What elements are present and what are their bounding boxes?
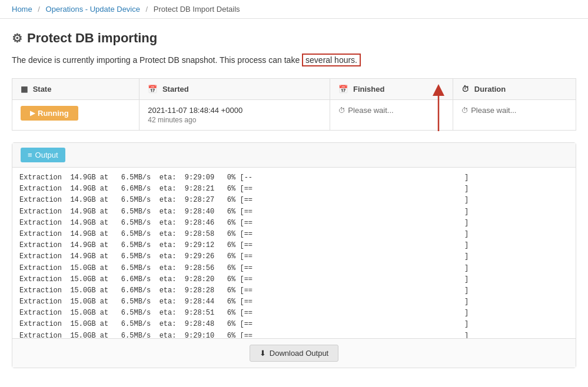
- clock-icon-finished: ⏱: [338, 106, 346, 115]
- col-finished-label: Finished: [353, 85, 384, 94]
- log-line: Extraction 14.9GB at 6.5MB/s eta: 9:29:2…: [19, 251, 569, 262]
- page-title: ⚙ Protect DB importing: [12, 31, 576, 46]
- output-button[interactable]: ≡ Output: [21, 148, 65, 162]
- log-line: Extraction 14.9GB at 6.5MB/s eta: 9:28:4…: [19, 218, 569, 229]
- col-finished: 📅 Finished: [330, 79, 453, 100]
- output-log[interactable]: Extraction 14.9GB at 6.5MB/s eta: 9:29:0…: [12, 168, 576, 338]
- col-started-label: Started: [162, 85, 189, 94]
- log-line: Extraction 15.0GB at 6.6MB/s eta: 9:28:2…: [19, 274, 569, 285]
- breadcrumb-home-link[interactable]: Home: [12, 5, 32, 14]
- log-line: Extraction 15.0GB at 6.5MB/s eta: 9:28:5…: [19, 263, 569, 274]
- running-badge: ▶ Running: [21, 106, 78, 121]
- download-label: Download Output: [270, 349, 328, 358]
- duration-text: Please wait...: [471, 106, 516, 115]
- clock-icon-dur: ⏱: [461, 106, 469, 115]
- duration-wait: ⏱ Please wait...: [461, 106, 567, 115]
- finished-text: Please wait...: [348, 106, 393, 115]
- col-state: ▦ State: [12, 79, 139, 100]
- breadcrumb-current: Protect DB Import Details: [154, 5, 240, 14]
- log-line: Extraction 14.9GB at 6.6MB/s eta: 9:28:2…: [19, 184, 569, 195]
- col-duration: ⏱ Duration: [453, 79, 576, 100]
- table-container: ▦ State 📅 Started 📅 Finished ⏱: [12, 78, 576, 131]
- gear-icon: ⚙: [12, 31, 22, 45]
- main-content: ⚙ Protect DB importing The device is cur…: [0, 19, 588, 386]
- output-header: ≡ Output: [12, 143, 576, 168]
- log-line: Extraction 14.9GB at 6.5MB/s eta: 9:29:0…: [19, 172, 569, 184]
- play-icon: ▶: [30, 109, 35, 117]
- output-footer: ⬇ Download Output: [12, 338, 576, 368]
- download-button[interactable]: ⬇ Download Output: [250, 345, 338, 362]
- log-line: Extraction 14.9GB at 6.5MB/s eta: 9:29:1…: [19, 240, 569, 251]
- table-row: ▶ Running 2021-11-07 18:48:44 +0000 42 m…: [12, 100, 576, 131]
- breadcrumb: Home / Operations - Update Device / Prot…: [0, 0, 588, 19]
- state-icon: ▦: [21, 85, 28, 94]
- log-line: Extraction 15.0GB at 6.5MB/s eta: 9:29:1…: [19, 331, 569, 338]
- log-line: Extraction 14.9GB at 6.5MB/s eta: 9:28:2…: [19, 195, 569, 206]
- log-line: Extraction 14.9GB at 6.5MB/s eta: 9:28:5…: [19, 229, 569, 240]
- finished-wait: ⏱ Please wait...: [338, 106, 444, 115]
- description-highlight: several hours.: [302, 54, 361, 66]
- cell-state: ▶ Running: [12, 100, 139, 131]
- output-button-label: Output: [35, 151, 58, 159]
- page-title-text: Protect DB importing: [27, 31, 157, 46]
- breadcrumb-operations-link[interactable]: Operations - Update Device: [46, 5, 140, 14]
- description: The device is currently importing a Prot…: [12, 54, 576, 66]
- log-line: Extraction 15.0GB at 6.6MB/s eta: 9:28:2…: [19, 285, 569, 296]
- col-started: 📅 Started: [139, 79, 330, 100]
- page-wrapper: Home / Operations - Update Device / Prot…: [0, 0, 588, 387]
- log-line: Extraction 14.9GB at 6.5MB/s eta: 9:28:4…: [19, 206, 569, 218]
- cell-started: 2021-11-07 18:48:44 +0000 42 minutes ago: [139, 100, 330, 131]
- started-time: 2021-11-07 18:48:44 +0000: [148, 106, 321, 115]
- breadcrumb-sep-1: /: [38, 5, 40, 14]
- col-state-label: State: [33, 85, 52, 94]
- info-table: ▦ State 📅 Started 📅 Finished ⏱: [12, 78, 576, 131]
- log-line: Extraction 15.0GB at 6.5MB/s eta: 9:28:4…: [19, 319, 569, 330]
- calendar-icon-started: 📅: [148, 85, 157, 94]
- col-duration-label: Duration: [474, 85, 506, 94]
- log-line: Extraction 15.0GB at 6.5MB/s eta: 9:28:4…: [19, 296, 569, 308]
- started-relative: 42 minutes ago: [148, 116, 321, 124]
- output-section: ≡ Output Extraction 14.9GB at 6.5MB/s et…: [12, 142, 576, 368]
- download-icon: ⬇: [260, 349, 266, 358]
- running-label: Running: [38, 109, 69, 118]
- log-line: Extraction 15.0GB at 6.5MB/s eta: 9:28:5…: [19, 308, 569, 319]
- clock-icon-duration: ⏱: [461, 85, 469, 94]
- cell-duration: ⏱ Please wait...: [453, 100, 576, 131]
- calendar-icon-finished: 📅: [338, 85, 348, 94]
- breadcrumb-sep-2: /: [146, 5, 148, 14]
- list-icon: ≡: [28, 151, 32, 159]
- description-text: The device is currently importing a Prot…: [12, 55, 300, 65]
- cell-finished: ⏱ Please wait...: [330, 100, 453, 131]
- table-header-row: ▦ State 📅 Started 📅 Finished ⏱: [12, 79, 576, 100]
